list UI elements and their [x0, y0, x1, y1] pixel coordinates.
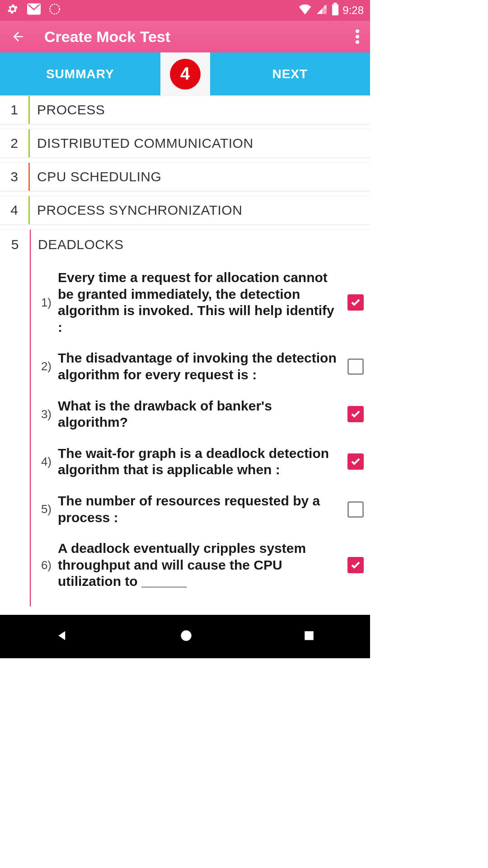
- svg-rect-4: [334, 3, 337, 5]
- svg-point-6: [356, 35, 359, 38]
- status-bar: x 9:28: [0, 0, 370, 21]
- question-checkbox[interactable]: [347, 453, 364, 470]
- gear-icon: [6, 3, 19, 18]
- android-navbar: [0, 615, 370, 658]
- question-row[interactable]: 3) What is the drawback of banker's algo…: [31, 391, 370, 438]
- mail-icon: [27, 3, 41, 18]
- section-title: CPU SCHEDULING: [30, 163, 169, 191]
- status-time: 9:28: [343, 4, 364, 17]
- battery-icon: [332, 3, 339, 18]
- svg-rect-9: [305, 631, 314, 640]
- question-text: A deadlock eventually cripples system th…: [58, 540, 341, 590]
- question-row[interactable]: 5) The number of resources requested by …: [31, 486, 370, 533]
- question-number: 2): [31, 359, 52, 373]
- svg-text:x: x: [324, 4, 327, 10]
- more-vert-icon[interactable]: [356, 29, 359, 44]
- question-text: What is the drawback of banker's algorit…: [58, 398, 341, 431]
- status-left: [6, 3, 61, 18]
- tab-bar: SUMMARY 4 NEXT: [0, 52, 370, 95]
- question-text: The number of resources requested by a p…: [58, 493, 341, 526]
- svg-point-8: [181, 630, 191, 641]
- question-checkbox[interactable]: [347, 406, 364, 422]
- question-text: Every time a request for allocation cann…: [58, 269, 341, 335]
- tab-next[interactable]: NEXT: [210, 52, 371, 95]
- question-number: 1): [31, 296, 52, 310]
- section-row-expanded: 5 DEADLOCKS 1) Every time a request for …: [0, 229, 370, 606]
- question-number: 5): [31, 502, 52, 516]
- section-title: PROCESS SYNCHRONIZATION: [30, 196, 249, 224]
- question-text: The disadvantage of invoking the detecti…: [58, 350, 341, 383]
- question-row[interactable]: 4) The wait-for graph is a deadlock dete…: [31, 438, 370, 486]
- question-text: The wait-for graph is a deadlock detecti…: [58, 445, 341, 478]
- page-title: Create Mock Test: [44, 28, 337, 46]
- signal-icon: x: [315, 3, 328, 18]
- sections-scroll[interactable]: 1 PROCESS 2 DISTRIBUTED COMMUNICATION 3 …: [0, 95, 370, 615]
- svg-rect-3: [332, 5, 338, 16]
- question-checkbox[interactable]: [347, 557, 364, 573]
- wifi-icon: [298, 4, 312, 17]
- section-number: 5: [0, 230, 30, 606]
- status-right: x 9:28: [298, 3, 364, 18]
- section-number: 1: [0, 96, 30, 124]
- question-row[interactable]: 6) A deadlock eventually cripples system…: [31, 533, 370, 597]
- app-bar: Create Mock Test: [0, 21, 370, 52]
- tab-count-indicator: 4: [160, 52, 210, 95]
- question-row[interactable]: 1) Every time a request for allocation c…: [31, 262, 370, 343]
- section-row[interactable]: 4 PROCESS SYNCHRONIZATION: [0, 196, 370, 225]
- back-button-icon[interactable]: [56, 629, 69, 644]
- question-number: 3): [31, 407, 52, 421]
- svg-point-5: [356, 29, 359, 33]
- section-number: 3: [0, 163, 30, 191]
- svg-point-1: [50, 4, 60, 14]
- question-number: 6): [31, 558, 52, 572]
- section-row[interactable]: 2 DISTRIBUTED COMMUNICATION: [0, 129, 370, 158]
- section-number: 2: [0, 129, 30, 157]
- question-checkbox[interactable]: [347, 294, 364, 311]
- section-row[interactable]: 1 PROCESS: [0, 95, 370, 124]
- section-number: 4: [0, 196, 30, 224]
- section-title: DISTRIBUTED COMMUNICATION: [30, 129, 261, 157]
- section-title: PROCESS: [30, 96, 112, 124]
- section-row[interactable]: 3 CPU SCHEDULING: [0, 162, 370, 191]
- selected-count-badge: 4: [170, 59, 201, 90]
- section-title[interactable]: DEADLOCKS: [31, 230, 370, 260]
- back-arrow-icon[interactable]: [11, 29, 25, 44]
- question-checkbox[interactable]: [347, 359, 364, 375]
- question-list: 1) Every time a request for allocation c…: [31, 260, 370, 606]
- tab-summary[interactable]: SUMMARY: [0, 52, 160, 95]
- recent-button-icon[interactable]: [303, 630, 315, 643]
- question-checkbox[interactable]: [347, 501, 364, 518]
- question-row[interactable]: 2) The disadvantage of invoking the dete…: [31, 343, 370, 390]
- circle-icon: [49, 3, 61, 18]
- question-number: 4): [31, 455, 52, 469]
- svg-point-7: [356, 40, 359, 44]
- home-button-icon[interactable]: [180, 629, 192, 644]
